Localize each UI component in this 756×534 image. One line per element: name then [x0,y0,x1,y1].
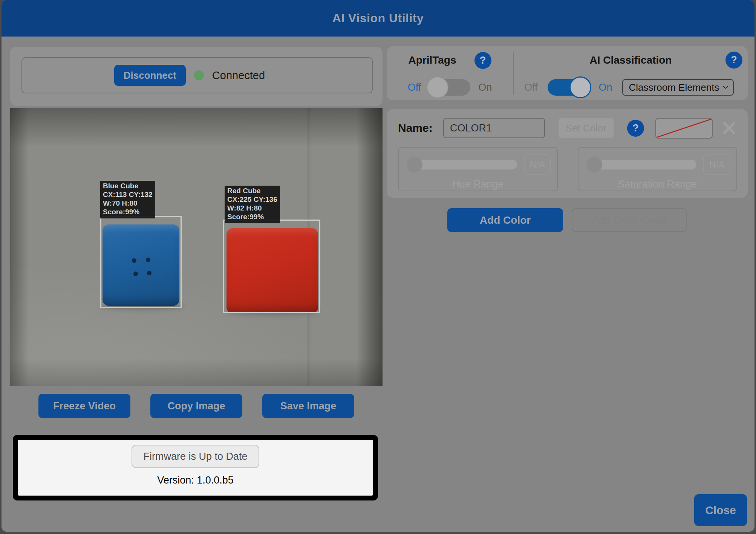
ai-classification-help-icon[interactable]: ? [725,52,742,69]
set-color-button[interactable]: Set Color [559,118,614,138]
add-color-code-button[interactable]: Add Color Code [572,208,687,232]
detection-modes-card: AprilTags ? Off On AI Classification ? O… [387,46,748,100]
apriltags-help-icon[interactable]: ? [474,52,491,69]
firmware-highlight-frame: Firmware is Up to Date Version: 1.0.0.b5 [13,435,378,500]
add-color-button[interactable]: Add Color [447,208,563,232]
detection-center: CX:225 CY:136 [227,195,277,204]
detection-name: Red Cube [227,186,277,195]
ai-model-select[interactable]: Classroom Elements [622,79,734,96]
firmware-status-button[interactable]: Firmware is Up to Date [132,445,259,468]
color-name-input[interactable] [443,118,545,138]
apriltags-toggle[interactable] [429,79,470,96]
video-controls: Freeze Video Copy Image Save Image [10,394,383,418]
saturation-range-box: N/A Saturation Range [578,147,738,191]
hue-range-box: N/A Hue Range [398,147,558,191]
slider-knob[interactable] [407,157,422,172]
close-button[interactable]: Close [694,494,747,526]
color-swatch-empty [655,118,713,139]
hue-range-slider[interactable] [410,160,517,169]
chevron-down-icon [723,85,728,90]
color-name-row: Name: Set Color ? [398,117,737,139]
firmware-version-text: Version: 1.0.0.b5 [157,474,234,486]
detection-size: W:82 H:80 [227,204,277,212]
toggle-knob [427,76,448,98]
firmware-panel: Firmware is Up to Date Version: 1.0.0.b5 [18,440,373,496]
blue-cube-detection-box [100,216,182,308]
toggle-knob [569,76,591,98]
hue-range-value: N/A [524,154,551,175]
ai-classification-toggle[interactable] [548,79,589,96]
connection-status-text: Connected [212,69,265,82]
detection-name: Blue Cube [103,182,153,190]
ai-classification-on-label: On [599,82,612,93]
remove-color-icon[interactable] [722,121,736,135]
hue-range-label: Hue Range [399,179,557,190]
ai-classification-off-label: Off [524,82,538,93]
detection-center: CX:113 CY:132 [103,190,153,199]
color-sliders-row: N/A Hue Range N/A Saturation Range [398,147,737,191]
ai-vision-utility-dialog: AI Vision Utility Disconnect Connected [2,0,754,532]
apriltags-off-label: Off [408,82,421,93]
dialog-header: AI Vision Utility [2,0,754,37]
saturation-range-label: Saturation Range [578,179,737,190]
color-name-label: Name: [398,122,439,134]
connection-status-box: Disconnect Connected [21,57,373,93]
saturation-range-slider[interactable] [590,160,697,169]
save-image-button[interactable]: Save Image [262,394,354,418]
screen: AI Vision Utility Disconnect Connected [0,0,756,534]
apriltags-title: AprilTags [408,54,456,66]
connection-status-dot [194,70,204,80]
detection-score: Score:99% [103,207,153,216]
red-cube-detection-label: Red CubeCX:225 CY:136W:82 H:80Score:99% [225,186,280,223]
camera-feed: Blue CubeCX:113 CY:132W:70 H:80Score:99%… [10,108,383,386]
disconnect-button[interactable]: Disconnect [114,65,186,86]
copy-image-button[interactable]: Copy Image [150,394,242,418]
no-color-diagonal-icon [656,119,712,138]
saturation-range-value: N/A [703,154,730,175]
ai-classification-section: AI Classification ? Off On Classroom Ele… [514,46,748,100]
page-title: AI Vision Utility [332,11,424,25]
red-cube-detection-box [223,220,320,313]
detection-size: W:70 H:80 [103,199,153,207]
apriltags-on-label: On [478,82,492,93]
apriltags-section: AprilTags ? Off On [387,46,513,100]
detection-score: Score:99% [227,212,277,221]
ai-model-selected-value: Classroom Elements [629,82,719,93]
blue-cube-detection-label: Blue CubeCX:113 CY:132W:70 H:80Score:99% [100,181,155,218]
color-config-card: Name: Set Color ? N/A Hue Range [387,109,748,198]
connection-card: Disconnect Connected [10,47,383,106]
slider-knob[interactable] [586,157,602,172]
color-help-icon[interactable]: ? [627,120,644,137]
ai-classification-title: AI Classification [590,54,672,66]
freeze-video-button[interactable]: Freeze Video [38,394,130,418]
